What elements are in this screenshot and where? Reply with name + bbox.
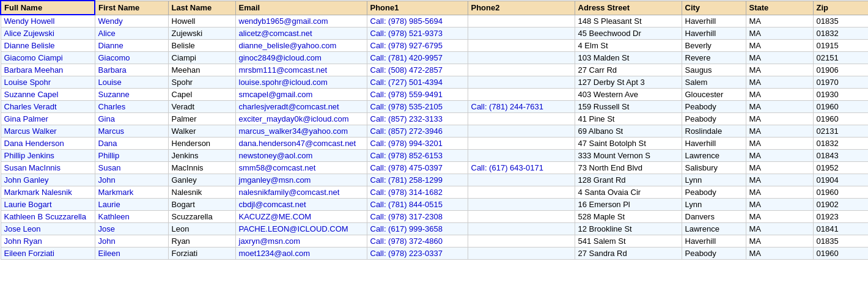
cell-address: 528 Maple St [575,211,682,223]
cell-firstname: Alice [95,28,168,40]
table-row[interactable]: Charles VeradtCharlesVeradtcharlesjverad… [1,101,868,113]
cell-phone1: Call: (978) 852-6153 [367,150,468,162]
cell-email: dianne_belisle@yahoo.com [235,40,367,52]
cell-zip: 01952 [813,162,868,174]
table-row[interactable]: Wendy HowellWendyHowellwendyb1965@gmail.… [1,15,868,28]
table-row[interactable]: Laurie BogartLaurieBogartcbdjl@comcast.n… [1,199,868,211]
header-phone2[interactable]: Phone2 [468,1,575,15]
cell-phone2 [468,64,575,76]
cell-city: Haverhill [682,235,746,248]
cell-state: MA [746,40,813,52]
cell-phone1: Call: (978) 317-2308 [367,211,468,223]
table-row[interactable]: John GanleyJohnGanleyjmganley@msn.comCal… [1,174,868,186]
table-row[interactable]: Barbara MeehanBarbaraMeehanmrsbm111@comc… [1,64,868,76]
cell-lastname: Scuzzarella [168,211,235,223]
cell-address: 27 Carr Rd [575,64,682,76]
header-state[interactable]: State [746,1,813,15]
cell-fullname: Louise Spohr [1,76,95,89]
table-row[interactable]: John RyanJohnRyanjaxryn@msn.comCall: (97… [1,235,868,248]
table-row[interactable]: Giacomo CiampiGiacomoCiampiginoc2849@icl… [1,52,868,64]
cell-phone1: Call: (978) 535-2105 [367,101,468,113]
table-row[interactable]: Dianne BelisleDianneBelisledianne_belisl… [1,40,868,52]
header-fullname[interactable]: Full Name [1,1,95,15]
cell-address: 148 S Pleasant St [575,15,682,28]
cell-state: MA [746,101,813,113]
cell-fullname: Suzanne Capel [1,89,95,101]
cell-phone2 [468,150,575,162]
table-row[interactable]: Gina PalmerGinaPalmerexciter_mayday0k@ic… [1,113,868,125]
cell-lastname: MacInnis [168,162,235,174]
cell-lastname: Palmer [168,113,235,125]
header-city[interactable]: City [682,1,746,15]
cell-firstname: Laurie [95,199,168,211]
cell-state: MA [746,125,813,138]
cell-email: exciter_mayday0k@icloud.com [235,113,367,125]
cell-phone2 [468,199,575,211]
cell-lastname: Spohr [168,76,235,89]
cell-fullname: Gina Palmer [1,113,95,125]
cell-lastname: Belisle [168,40,235,52]
cell-phone2 [468,223,575,235]
cell-phone2 [468,52,575,64]
cell-firstname: Phillip [95,150,168,162]
cell-zip: 02131 [813,125,868,138]
cell-email: smcapel@gmail.com [235,89,367,101]
cell-state: MA [746,235,813,248]
cell-fullname: Dana Henderson [1,138,95,150]
cell-fullname: Kathleen B Scuzzarella [1,211,95,223]
cell-city: Roslindale [682,125,746,138]
cell-phone1: Call: (508) 472-2857 [367,64,468,76]
cell-lastname: Ciampi [168,52,235,64]
table-row[interactable]: Suzanne CapelSuzanneCapelsmcapel@gmail.c… [1,89,868,101]
cell-email: moet1234@aol.com [235,248,367,260]
cell-firstname: Eileen [95,248,168,260]
cell-state: MA [746,113,813,125]
cell-address: 73 North End Blvd [575,162,682,174]
table-row[interactable]: Markmark NalesnikMarkmarkNalesniknalesni… [1,186,868,199]
table-row[interactable]: Louise SpohrLouiseSpohrlouise.spohr@iclo… [1,76,868,89]
cell-fullname: Marcus Walker [1,125,95,138]
cell-email: cbdjl@comcast.net [235,199,367,211]
table-row[interactable]: Marcus WalkerMarcusWalkermarcus_walker34… [1,125,868,138]
cell-address: 127 Derby St Apt 3 [575,76,682,89]
cell-firstname: Jose [95,223,168,235]
table-row[interactable]: Jose LeonJoseLeonPACHE.LEON@ICLOUD.COMCa… [1,223,868,235]
cell-fullname: Barbara Meehan [1,64,95,76]
cell-city: Lawrence [682,150,746,162]
header-firstname[interactable]: First Name [95,1,168,15]
table-row[interactable]: Alice ZujewskiAliceZujewskialicetz@comca… [1,28,868,40]
cell-city: Lynn [682,174,746,186]
cell-phone1: Call: (978) 314-1682 [367,186,468,199]
cell-zip: 01906 [813,64,868,76]
cell-email: smm58@comcast.net [235,162,367,174]
table-row[interactable]: Susan MacInnisSusanMacInnissmm58@comcast… [1,162,868,174]
cell-zip: 01832 [813,138,868,150]
cell-address: 333 Mount Vernon S [575,150,682,162]
cell-state: MA [746,211,813,223]
table-row[interactable]: Kathleen B ScuzzarellaKathleenScuzzarell… [1,211,868,223]
header-address[interactable]: Adress Street [575,1,682,15]
cell-lastname: Meehan [168,64,235,76]
table-row[interactable]: Phillip JenkinsPhillipJenkinsnewstoney@a… [1,150,868,162]
cell-zip: 01843 [813,150,868,162]
cell-city: Peabody [682,113,746,125]
cell-city: Lynn [682,199,746,211]
cell-phone1: Call: (978) 559-9491 [367,89,468,101]
header-lastname[interactable]: Last Name [168,1,235,15]
cell-zip: 01902 [813,199,868,211]
table-row[interactable]: Dana HendersonDanaHendersondana.henderso… [1,138,868,150]
header-zip[interactable]: Zip [813,1,868,15]
cell-state: MA [746,248,813,260]
cell-city: Haverhill [682,28,746,40]
header-phone1[interactable]: Phone1 [367,1,468,15]
cell-state: MA [746,52,813,64]
cell-state: MA [746,89,813,101]
table-row[interactable]: Eileen ForziatiEileenForziatimoet1234@ao… [1,248,868,260]
cell-email: marcus_walker34@yahoo.com [235,125,367,138]
cell-lastname: Bogart [168,199,235,211]
cell-city: Gloucester [682,89,746,101]
header-email[interactable]: Email [235,1,367,15]
cell-email: KACUZZ@ME.COM [235,211,367,223]
cell-phone1: Call: (978) 521-9373 [367,28,468,40]
cell-firstname: Giacomo [95,52,168,64]
